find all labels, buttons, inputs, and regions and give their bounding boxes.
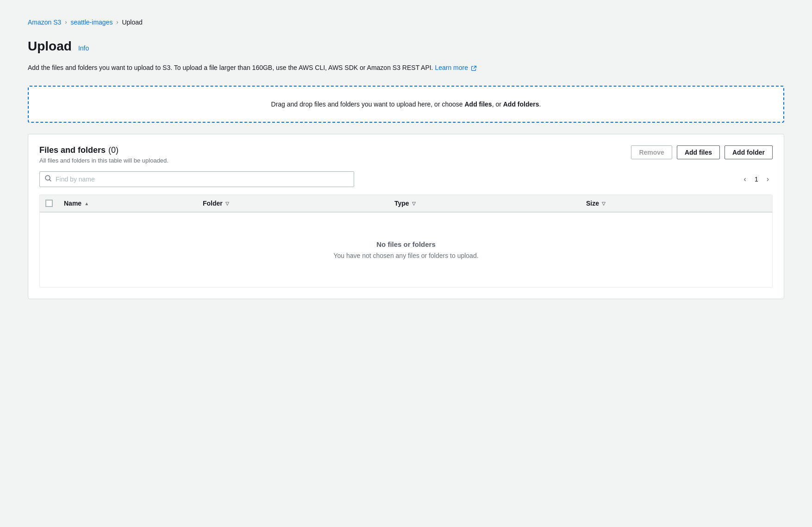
files-count: (0) bbox=[108, 145, 119, 155]
table-sort-folder-icon: ▽ bbox=[225, 201, 229, 206]
table-header: Name ▲ Folder ▽ Type ▽ Size ▽ bbox=[40, 195, 772, 213]
drop-zone-text: Drag and drop files and folders you want… bbox=[271, 100, 465, 108]
files-subtitle: All files and folders in this table will… bbox=[39, 157, 169, 164]
pagination-prev-button[interactable]: ‹ bbox=[740, 173, 750, 185]
breadcrumb-amazon-s3[interactable]: Amazon S3 bbox=[28, 19, 61, 26]
breadcrumb: Amazon S3 › seattle-images › Upload bbox=[28, 19, 784, 26]
page-title: Upload bbox=[28, 39, 72, 54]
add-files-button[interactable]: Add files bbox=[677, 145, 720, 159]
breadcrumb-separator-1: › bbox=[65, 19, 67, 25]
drop-zone-mid-text: , or bbox=[492, 100, 503, 108]
page-header: Upload Info bbox=[28, 39, 784, 54]
search-input[interactable] bbox=[56, 176, 349, 183]
empty-state: No files or folders You have not chosen … bbox=[40, 213, 772, 287]
empty-state-title: No files or folders bbox=[40, 240, 772, 248]
breadcrumb-seattle-images[interactable]: seattle-images bbox=[70, 19, 112, 26]
external-link-icon bbox=[471, 65, 477, 71]
search-icon bbox=[44, 175, 52, 184]
empty-state-description: You have not chosen any files or folders… bbox=[40, 252, 772, 259]
pagination-current-page: 1 bbox=[755, 176, 758, 183]
table-header-folder[interactable]: Folder ▽ bbox=[197, 200, 389, 207]
table-header-size-label: Size bbox=[586, 200, 599, 207]
info-link[interactable]: Info bbox=[78, 44, 89, 52]
files-panel-title-section: Files and folders (0) All files and fold… bbox=[39, 145, 169, 164]
table-select-all-cell[interactable] bbox=[40, 200, 58, 207]
drop-zone-add-files-text: Add files bbox=[465, 100, 492, 108]
files-panel-header: Files and folders (0) All files and fold… bbox=[39, 145, 773, 164]
drop-zone-add-folders-text: Add folders bbox=[503, 100, 539, 108]
files-panel-title-text: Files and folders bbox=[39, 145, 106, 155]
remove-button[interactable]: Remove bbox=[631, 145, 672, 159]
add-folder-button[interactable]: Add folder bbox=[725, 145, 773, 159]
table-header-type[interactable]: Type ▽ bbox=[389, 200, 581, 207]
pagination: ‹ 1 › bbox=[740, 173, 773, 185]
table-header-type-label: Type bbox=[394, 200, 409, 207]
learn-more-link[interactable]: Learn more bbox=[435, 64, 476, 71]
table-header-size[interactable]: Size ▽ bbox=[581, 200, 772, 207]
table-container: Name ▲ Folder ▽ Type ▽ Size ▽ No files o… bbox=[39, 194, 773, 288]
page-description: Add the files and folders you want to up… bbox=[28, 63, 583, 73]
table-sort-name-icon: ▲ bbox=[84, 201, 89, 206]
table-header-name-label: Name bbox=[64, 200, 81, 207]
drop-zone-suffix-text: . bbox=[539, 100, 541, 108]
table-header-name[interactable]: Name ▲ bbox=[58, 200, 197, 207]
search-pagination-row: ‹ 1 › bbox=[39, 171, 773, 187]
breadcrumb-upload: Upload bbox=[122, 19, 142, 26]
table-sort-type-icon: ▽ bbox=[412, 201, 416, 206]
pagination-next-button[interactable]: › bbox=[763, 173, 773, 185]
files-panel-actions: Remove Add files Add folder bbox=[631, 145, 773, 159]
files-panel: Files and folders (0) All files and fold… bbox=[28, 134, 784, 299]
breadcrumb-separator-2: › bbox=[116, 19, 118, 25]
table-sort-size-icon: ▽ bbox=[602, 201, 606, 206]
table-header-folder-label: Folder bbox=[203, 200, 223, 207]
search-box[interactable] bbox=[39, 171, 354, 187]
drop-zone[interactable]: Drag and drop files and folders you want… bbox=[28, 86, 784, 123]
select-all-checkbox[interactable] bbox=[45, 200, 53, 207]
files-panel-title: Files and folders (0) bbox=[39, 145, 169, 155]
